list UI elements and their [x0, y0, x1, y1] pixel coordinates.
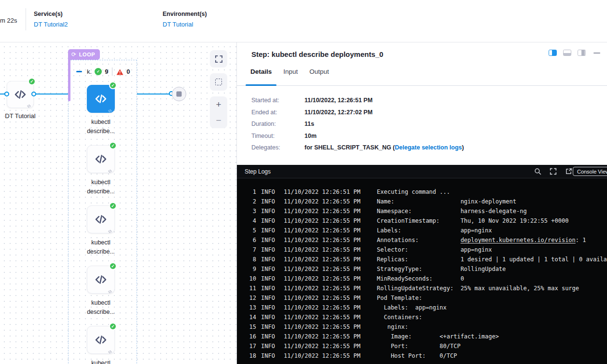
log-message: Replicas: 1 desired | 1 updated | 1 tota…	[377, 255, 607, 264]
layout-right-pane-icon[interactable]	[578, 50, 586, 56]
log-level: INFO	[261, 351, 279, 361]
search-icon[interactable]	[534, 168, 541, 175]
log-timestamp: 11/10/2022 12:26:55 PM	[284, 197, 372, 206]
log-line-number: 18	[237, 351, 256, 361]
log-line: 6INFO11/10/2022 12:26:55 PMAnnotations: …	[237, 235, 607, 245]
detail-row: Duration:11s	[251, 121, 593, 127]
tab-details[interactable]: Details	[246, 65, 276, 85]
log-message: Executing command ...	[377, 187, 450, 197]
log-line-number: 7	[237, 245, 256, 255]
code-icon	[14, 88, 27, 101]
log-line-number: 8	[237, 255, 256, 264]
step-logs-header: Step Logs Console View	[237, 165, 607, 178]
log-line: 12INFO11/10/2022 12:26:55 PMPod Template…	[237, 293, 607, 303]
step-node-2[interactable]: ✓	[87, 145, 115, 173]
log-level: INFO	[261, 206, 279, 216]
log-console[interactable]: 1INFO11/10/2022 12:26:51 PMExecuting com…	[237, 178, 607, 364]
log-timestamp: 11/10/2022 12:26:55 PM	[284, 206, 372, 216]
detail-label: Started at:	[251, 97, 304, 104]
log-message: StrategyType: RollingUpdate	[377, 264, 506, 274]
canvas-zoom-controls: + −	[210, 96, 227, 128]
log-line: 17INFO11/10/2022 12:26:55 PM Port: 80/TC…	[237, 341, 607, 351]
tab-input[interactable]: Input	[278, 65, 303, 85]
code-icon	[94, 152, 108, 166]
zoom-out-button[interactable]: −	[210, 112, 227, 128]
services-link[interactable]: DT Tutorial2	[34, 21, 68, 28]
log-level: INFO	[261, 274, 279, 283]
log-timestamp: 11/10/2022 12:26:55 PM	[284, 255, 372, 264]
canvas-fullscreen-button[interactable]	[210, 50, 227, 67]
log-level: INFO	[261, 255, 279, 264]
loop-iteration-bar	[68, 60, 70, 101]
log-level: INFO	[261, 226, 279, 235]
zoom-in-button[interactable]: +	[210, 96, 227, 112]
step-label-5: kubectldescribe...	[72, 359, 130, 364]
step-node-5[interactable]: ✓	[87, 326, 115, 354]
code-icon	[94, 92, 108, 106]
log-level: INFO	[261, 322, 279, 332]
open-in-new-icon[interactable]	[565, 168, 572, 175]
step-label-4: kubectldescribe...	[72, 298, 130, 316]
delegate-selection-logs-link[interactable]: Delegate selection logs	[395, 144, 462, 151]
pipeline-canvas[interactable]: ✓ DT Tutorial ⟳ LOOP k. ✓ 9 0 ✓kubectlde…	[0, 42, 236, 364]
log-line: 15INFO11/10/2022 12:26:55 PM nginx:	[237, 322, 607, 332]
execution-header: m 22s Service(s) DT Tutorial2 Environmen…	[0, 0, 607, 42]
log-line-number: 1	[237, 187, 256, 197]
canvas-select-button[interactable]	[210, 73, 227, 91]
log-line: 13INFO11/10/2022 12:26:55 PM Labels: app…	[237, 303, 607, 312]
collapse-panel-button[interactable]	[593, 53, 600, 54]
detail-value: 11s	[304, 121, 314, 127]
log-line-number: 2	[237, 197, 256, 206]
log-timestamp: 11/10/2022 12:26:55 PM	[284, 264, 372, 274]
log-line: 11INFO11/10/2022 12:26:55 PMRollingUpdat…	[237, 283, 607, 293]
log-message: Host Port: 0/TCP	[377, 351, 457, 361]
code-watermark-icon	[108, 167, 112, 172]
console-view-button[interactable]: Console View	[573, 167, 607, 176]
log-line-number: 5	[237, 226, 256, 235]
log-message: Containers:	[377, 312, 422, 322]
log-level: INFO	[261, 264, 279, 274]
log-line: 2INFO11/10/2022 12:26:55 PMName: nginx-d…	[237, 197, 607, 206]
step-details-panel: Step: kubectl describe deployments_0 Det…	[236, 42, 607, 364]
fullscreen-icon[interactable]	[550, 168, 557, 175]
loop-badge[interactable]: ⟳ LOOP	[68, 49, 100, 60]
log-level: INFO	[261, 187, 279, 197]
warning-count-icon	[116, 68, 124, 75]
code-watermark-icon	[108, 227, 112, 232]
step-node-1[interactable]: ✓	[87, 85, 115, 113]
success-icon: ✓	[109, 81, 117, 89]
success-icon: ✓	[109, 323, 117, 330]
log-line-number: 9	[237, 264, 256, 274]
code-watermark-icon	[108, 107, 112, 111]
success-count-icon: ✓	[95, 68, 102, 75]
end-node[interactable]	[172, 87, 186, 101]
detail-label: Timeout:	[251, 133, 304, 139]
detail-row: Started at:11/10/2022, 12:26:51 PM	[251, 97, 593, 104]
log-timestamp: 11/10/2022 12:26:55 PM	[284, 293, 372, 303]
environments-link[interactable]: DT Tutorial	[163, 21, 207, 28]
detail-label: Delegates:	[251, 144, 304, 151]
step-node-3[interactable]: ✓	[87, 205, 115, 233]
tab-output[interactable]: Output	[304, 65, 334, 85]
stage-label: DT Tutorial	[0, 112, 49, 120]
details-section: Started at:11/10/2022, 12:26:51 PMEnded …	[237, 86, 607, 165]
log-line: 4INFO11/10/2022 12:26:55 PMCreationTimes…	[237, 216, 607, 226]
step-node-4[interactable]: ✓	[87, 266, 115, 294]
detail-value: 10m	[304, 133, 317, 139]
log-line: 3INFO11/10/2022 12:26:55 PMNamespace: ha…	[237, 206, 607, 216]
collapse-group-button[interactable]	[76, 71, 82, 72]
log-line: 10INFO11/10/2022 12:26:55 PMMinReadySeco…	[237, 274, 607, 283]
code-watermark-icon	[27, 102, 31, 107]
log-timestamp: 11/10/2022 12:26:55 PM	[284, 245, 372, 255]
log-line-number: 4	[237, 216, 256, 226]
layout-right-split-icon[interactable]	[549, 50, 557, 56]
stage-in-port	[4, 92, 9, 96]
log-line: 5INFO11/10/2022 12:26:55 PMLabels: app=n…	[237, 226, 607, 235]
stage-node-dt-tutorial[interactable]: ✓	[7, 81, 34, 108]
log-line-number: 13	[237, 303, 256, 312]
panel-tabs: DetailsInputOutput	[237, 65, 607, 86]
log-line-number: 17	[237, 341, 256, 351]
stop-icon	[177, 92, 182, 97]
success-icon: ✓	[28, 78, 36, 85]
layout-bottom-pane-icon[interactable]	[563, 50, 571, 56]
